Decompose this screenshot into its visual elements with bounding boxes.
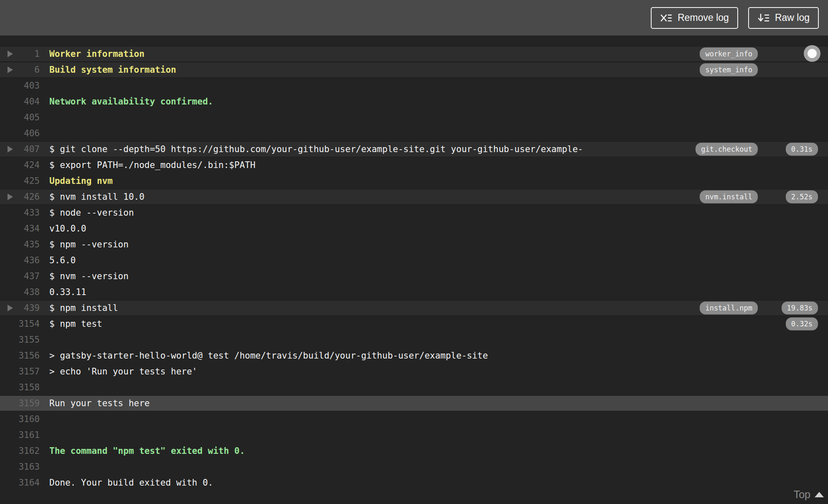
line-number[interactable]: 3155	[0, 335, 40, 345]
raw-log-icon	[757, 13, 770, 23]
log-line-407: 407$ git clone --depth=50 https://github…	[0, 141, 828, 157]
log-line-436: 4365.6.0	[0, 252, 828, 268]
line-number[interactable]: 436	[0, 255, 40, 265]
scroll-thumb[interactable]	[804, 45, 820, 62]
line-number[interactable]: 1	[0, 49, 40, 59]
scroll-to-top-link[interactable]: Top	[794, 489, 824, 501]
log-line-3160: 3160	[0, 411, 828, 427]
fold-toggle-icon[interactable]	[8, 66, 13, 73]
log-line-425: 425Updating nvm	[0, 173, 828, 189]
line-number[interactable]: 425	[0, 176, 40, 186]
line-number[interactable]: 439	[0, 303, 40, 313]
log-line-3159: 3159Run your tests here	[0, 395, 828, 411]
log-text: 0.33.11	[40, 287, 87, 297]
log-text: $ npm --version	[40, 239, 129, 249]
line-number[interactable]: 404	[0, 97, 40, 107]
log-line-404: 404Network availability confirmed.	[0, 94, 828, 109]
fold-toggle-icon[interactable]	[8, 146, 13, 153]
line-number[interactable]: 426	[0, 192, 40, 202]
stage-tag-badge: worker_info	[700, 48, 758, 61]
line-number[interactable]: 3161	[0, 430, 40, 440]
log-text: $ npm test	[40, 319, 102, 329]
log-text: Build system information	[40, 65, 176, 75]
log-line-433: 433$ node --version	[0, 205, 828, 221]
log-text: > echo 'Run your tests here'	[40, 367, 197, 377]
line-number[interactable]: 406	[0, 128, 40, 138]
line-number[interactable]: 3158	[0, 382, 40, 392]
line-number[interactable]: 405	[0, 112, 40, 122]
stage-tag-badge: install.npm	[700, 302, 758, 315]
log-text: The command "npm test" exited with 0.	[40, 446, 245, 456]
top-arrow-icon	[815, 492, 824, 497]
stage-tag-badge: git.checkout	[696, 143, 758, 156]
log-line-3155: 3155	[0, 332, 828, 348]
log-line-426: 426$ nvm install 10.0nvm.install2.52s	[0, 189, 828, 205]
log-text: Run your tests here	[40, 398, 150, 408]
line-number[interactable]: 3160	[0, 414, 40, 424]
log-line-437: 437$ nvm --version	[0, 268, 828, 284]
duration-badge: 2.52s	[786, 191, 818, 204]
line-number[interactable]: 438	[0, 287, 40, 297]
duration-badge: 0.32s	[786, 318, 818, 331]
fold-toggle-icon[interactable]	[8, 193, 13, 200]
log-text: v10.0.0	[40, 224, 87, 234]
remove-log-label: Remove log	[678, 13, 729, 23]
raw-log-label: Raw log	[775, 13, 810, 23]
line-number[interactable]: 407	[0, 144, 40, 154]
log-line-3154: 3154$ npm test0.32s	[0, 316, 828, 332]
scroll-thumb-dot	[808, 49, 817, 58]
log-text: Updating nvm	[40, 176, 113, 186]
log-line-3162: 3162The command "npm test" exited with 0…	[0, 443, 828, 459]
line-number[interactable]: 3156	[0, 351, 40, 361]
log-text: $ git clone --depth=50 https://github.co…	[40, 144, 583, 154]
log-line-406: 406	[0, 125, 828, 141]
log-line-3157: 3157> echo 'Run your tests here'	[0, 364, 828, 379]
line-number[interactable]: 435	[0, 239, 40, 249]
log-text: $ nvm install 10.0	[40, 192, 145, 202]
line-number[interactable]: 6	[0, 65, 40, 75]
log-line-3163: 3163	[0, 459, 828, 475]
log-text: 5.6.0	[40, 255, 76, 265]
line-number[interactable]: 3164	[0, 478, 40, 488]
duration-badge: 0.31s	[786, 143, 818, 156]
log-line-435: 435$ npm --version	[0, 237, 828, 252]
log-line-3164: 3164Done. Your build exited with 0.	[0, 475, 828, 491]
fold-toggle-icon[interactable]	[8, 305, 13, 311]
log-line-6: 6Build system informationsystem_info	[0, 62, 828, 78]
line-number[interactable]: 437	[0, 271, 40, 281]
log-text: $ export PATH=./node_modules/.bin:$PATH	[40, 160, 255, 170]
line-number[interactable]: 3157	[0, 367, 40, 377]
log-line-405: 405	[0, 109, 828, 125]
remove-log-button[interactable]: Remove log	[651, 7, 738, 29]
line-number[interactable]: 424	[0, 160, 40, 170]
log-toolbar: Remove log Raw log	[0, 0, 828, 36]
remove-log-icon	[660, 13, 673, 23]
line-number[interactable]: 403	[0, 81, 40, 91]
line-number[interactable]: 434	[0, 224, 40, 234]
log-line-403: 403	[0, 78, 828, 94]
log-line-1: 1Worker informationworker_info	[0, 46, 828, 62]
log-text: $ npm install	[40, 303, 118, 313]
line-number[interactable]: 433	[0, 208, 40, 218]
log-text: Done. Your build exited with 0.	[40, 478, 213, 488]
log-text: $ nvm --version	[40, 271, 129, 281]
line-number[interactable]: 3163	[0, 462, 40, 472]
log-text: Worker information	[40, 49, 145, 59]
stage-tag-badge: nvm.install	[700, 191, 758, 204]
log-text: Network availability confirmed.	[40, 97, 213, 107]
raw-log-button[interactable]: Raw log	[748, 7, 819, 29]
log-line-3161: 3161	[0, 427, 828, 443]
log-line-434: 434v10.0.0	[0, 221, 828, 237]
stage-tag-badge: system_info	[700, 64, 758, 76]
log-line-3156: 3156> gatsby-starter-hello-world@ test /…	[0, 348, 828, 364]
line-number[interactable]: 3154	[0, 319, 40, 329]
build-log: 1Worker informationworker_info6Build sys…	[0, 36, 828, 491]
line-number[interactable]: 3162	[0, 446, 40, 456]
log-line-3158: 3158	[0, 379, 828, 395]
duration-badge: 19.83s	[782, 302, 818, 315]
top-label: Top	[794, 489, 810, 501]
line-number[interactable]: 3159	[0, 398, 40, 408]
log-text: $ node --version	[40, 208, 134, 218]
log-text: > gatsby-starter-hello-world@ test /home…	[40, 351, 488, 361]
fold-toggle-icon[interactable]	[8, 51, 13, 57]
